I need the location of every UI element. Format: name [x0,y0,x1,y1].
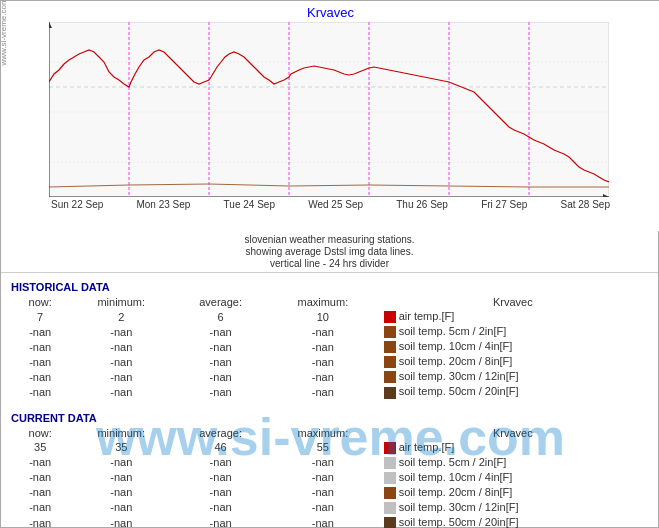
legend-line2: showing average Dstsl img data lines. [11,246,648,257]
hist-min-3: -nan [69,354,173,369]
cur-col-min: minimum: [69,426,173,440]
cur-color-2 [384,472,396,484]
cur-color-5 [384,517,396,528]
hist-min-4: -nan [69,369,173,384]
chart-title: Krvavec [1,1,659,20]
side-logo: www.si-vreme.com [0,0,8,66]
cur-color-4 [384,502,396,514]
cur-color-3 [384,487,396,499]
hist-label-1: soil temp. 5cm / 2in[F] [378,324,648,339]
x-label-1: Mon 23 Sep [136,199,190,210]
cur-max-3: -nan [268,485,378,500]
hist-label-5: soil temp. 50cm / 20in[F] [378,384,648,399]
cur-avg-2: -nan [173,470,268,485]
hist-max-1: -nan [268,324,378,339]
cur-now-1: -nan [11,455,69,470]
cur-col-now: now: [11,426,69,440]
current-header: CURRENT DATA [11,412,648,424]
cur-label-1: soil temp. 5cm / 2in[F] [378,455,648,470]
hist-now-1: -nan [11,324,69,339]
hist-now-3: -nan [11,354,69,369]
hist-avg-2: -nan [173,339,268,354]
cur-label-0: air temp.[F] [378,440,648,455]
hist-avg-3: -nan [173,354,268,369]
current-row-5: -nan -nan -nan -nan soil temp. 50cm / 20… [11,515,648,528]
x-label-2: Tue 24 Sep [224,199,275,210]
hist-label-2: soil temp. 10cm / 4in[F] [378,339,648,354]
current-row-2: -nan -nan -nan -nan soil temp. 10cm / 4i… [11,470,648,485]
cur-color-0 [384,442,396,454]
historical-header: HISTORICAL DATA [11,281,648,293]
hist-now-0: 7 [11,309,69,324]
cur-avg-3: -nan [173,485,268,500]
legend-line1: slovenian weather measuring stations. [11,234,648,245]
hist-avg-1: -nan [173,324,268,339]
hist-label-0: air temp.[F] [378,309,648,324]
hist-color-0 [384,311,396,323]
historical-row-2: -nan -nan -nan -nan soil temp. 10cm / 4i… [11,339,648,354]
hist-min-2: -nan [69,339,173,354]
current-section: CURRENT DATA now: minimum: average: maxi… [1,404,658,528]
current-row-3: -nan -nan -nan -nan soil temp. 20cm / 8i… [11,485,648,500]
x-label-5: Fri 27 Sep [481,199,527,210]
col-min: minimum: [69,295,173,309]
cur-min-5: -nan [69,515,173,528]
hist-avg-5: -nan [173,384,268,399]
hist-max-2: -nan [268,339,378,354]
cur-max-2: -nan [268,470,378,485]
col-avg: average: [173,295,268,309]
historical-row-3: -nan -nan -nan -nan soil temp. 20cm / 8i… [11,354,648,369]
cur-now-2: -nan [11,470,69,485]
cur-avg-4: -nan [173,500,268,515]
hist-label-4: soil temp. 30cm / 12in[F] [378,369,648,384]
cur-now-4: -nan [11,500,69,515]
chart-svg: 40 20 [49,22,609,197]
hist-max-3: -nan [268,354,378,369]
historical-table: now: minimum: average: maximum: Krvavec … [11,295,648,400]
hist-color-5 [384,387,396,399]
hist-max-0: 10 [268,309,378,324]
hist-color-1 [384,326,396,338]
hist-avg-0: 6 [173,309,268,324]
cur-col-max: maximum: [268,426,378,440]
cur-min-2: -nan [69,470,173,485]
legend-area: slovenian weather measuring stations. sh… [1,231,658,273]
chart-container: Krvavec www.si-vreme.com 40 20 [1,1,659,231]
cur-color-1 [384,457,396,469]
historical-row-1: -nan -nan -nan -nan soil temp. 5cm / 2in… [11,324,648,339]
col-now: now: [11,295,69,309]
cur-now-0: 35 [11,440,69,455]
cur-label-5: soil temp. 50cm / 20in[F] [378,515,648,528]
hist-now-5: -nan [11,384,69,399]
historical-row-0: 7 2 6 10 air temp.[F] [11,309,648,324]
cur-min-4: -nan [69,500,173,515]
hist-color-2 [384,341,396,353]
cur-col-avg: average: [173,426,268,440]
hist-label-3: soil temp. 20cm / 8in[F] [378,354,648,369]
svg-rect-0 [49,22,609,197]
hist-now-2: -nan [11,339,69,354]
cur-max-1: -nan [268,455,378,470]
hist-color-4 [384,371,396,383]
hist-avg-4: -nan [173,369,268,384]
historical-row-4: -nan -nan -nan -nan soil temp. 30cm / 12… [11,369,648,384]
hist-min-0: 2 [69,309,173,324]
x-label-0: Sun 22 Sep [51,199,103,210]
historical-section: HISTORICAL DATA now: minimum: average: m… [1,273,658,404]
cur-avg-0: 46 [173,440,268,455]
cur-label-3: soil temp. 20cm / 8in[F] [378,485,648,500]
cur-max-4: -nan [268,500,378,515]
hist-color-3 [384,356,396,368]
hist-min-5: -nan [69,384,173,399]
cur-avg-5: -nan [173,515,268,528]
main-container: Krvavec www.si-vreme.com 40 20 [0,0,659,528]
legend-line3: vertical line - 24 hrs divider [11,258,648,269]
x-label-6: Sat 28 Sep [560,199,609,210]
cur-now-3: -nan [11,485,69,500]
hist-max-4: -nan [268,369,378,384]
hist-max-5: -nan [268,384,378,399]
cur-label-2: soil temp. 10cm / 4in[F] [378,470,648,485]
cur-max-0: 55 [268,440,378,455]
cur-col-krvavec: Krvavec [378,426,648,440]
x-axis-labels: Sun 22 Sep Mon 23 Sep Tue 24 Sep Wed 25 … [51,199,610,210]
